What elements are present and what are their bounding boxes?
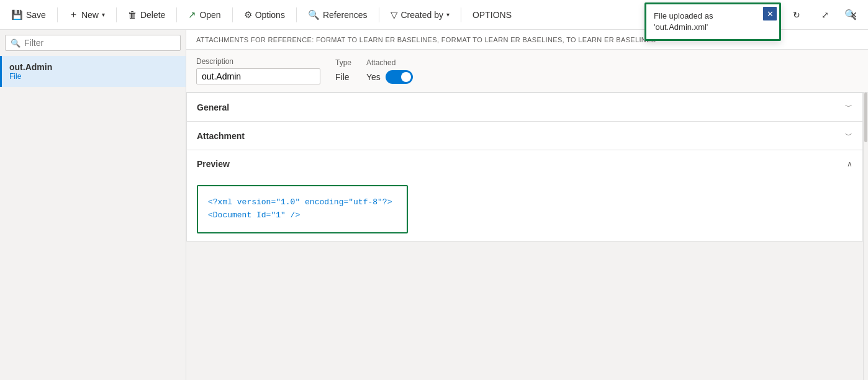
code-line-1: <?xml version="1.0" encoding="utf-8"?> (208, 196, 397, 209)
attachment-section: Attachment ﹀ (186, 122, 863, 150)
attachment-chevron-icon: ﹀ (845, 130, 852, 141)
refresh-icon: ↻ (793, 10, 800, 20)
window-close-button[interactable]: ✕ (839, 0, 868, 30)
type-label: Type (335, 58, 351, 67)
toolbar-separator (57, 7, 58, 22)
new-dropdown-icon: ▾ (102, 11, 105, 18)
general-chevron-icon: ﹀ (845, 102, 852, 112)
references-button[interactable]: 🔍 References (302, 6, 374, 24)
type-field: Type File (335, 58, 351, 84)
new-button[interactable]: ＋ New ▾ (63, 5, 111, 24)
toolbar-separator-2 (116, 7, 117, 22)
attached-toggle-container: Yes (366, 70, 413, 84)
sidebar-item-out-admin[interactable]: out.Admin File (0, 56, 186, 87)
description-label: Description (196, 57, 320, 66)
popout-button[interactable]: ⤢ (811, 0, 839, 30)
open-button[interactable]: ↗ Open (182, 6, 227, 24)
type-value: File (335, 70, 351, 84)
general-section: General ﹀ (186, 93, 863, 122)
save-icon: 💾 (11, 9, 23, 20)
general-title: General (197, 102, 229, 112)
preview-chevron-icon: ∧ (847, 160, 852, 168)
toolbar-separator-7 (461, 7, 461, 22)
main-layout: 🔍 out.Admin File ATTACHMENTS FOR REFEREN… (0, 30, 868, 380)
attached-value: Yes (366, 70, 381, 84)
refresh-button[interactable]: ↻ (782, 0, 811, 30)
sidebar: 🔍 out.Admin File (0, 30, 186, 380)
open-icon: ↗ (188, 9, 196, 20)
toolbar-separator-6 (379, 7, 379, 22)
description-field: Description (196, 57, 320, 84)
scroll-wrapper: General ﹀ Attachment ﹀ Preview ∧ (186, 93, 868, 380)
sidebar-item-sub: File (9, 72, 178, 81)
options-button[interactable]: ⚙ Options (238, 6, 291, 24)
code-line-2: <Document Id="1" /> (208, 209, 397, 222)
delete-button[interactable]: 🗑 Delete (122, 6, 171, 24)
accordion-area: General ﹀ Attachment ﹀ Preview ∧ (186, 93, 863, 380)
popout-icon: ⤢ (821, 10, 829, 20)
references-icon: 🔍 (308, 9, 320, 20)
toolbar-separator-3 (176, 7, 177, 22)
notification-text: File uploaded as 'out.Admin.xml' (654, 11, 757, 33)
window-close-icon: ✕ (850, 10, 857, 20)
toolbar: 💾 Save ＋ New ▾ 🗑 Delete ↗ Open ⚙ Options… (0, 0, 868, 30)
created-by-dropdown-icon: ▾ (446, 11, 450, 18)
preview-header[interactable]: Preview ∧ (187, 150, 862, 178)
preview-title: Preview (197, 159, 230, 169)
scrollbar[interactable] (863, 93, 868, 380)
description-input[interactable] (196, 68, 320, 84)
toggle-knob (401, 72, 411, 82)
preview-body: <?xml version="1.0" encoding="utf-8"?> <… (187, 178, 862, 241)
filter-input[interactable] (24, 38, 175, 48)
notification-close-button[interactable]: ✕ (763, 7, 777, 20)
save-button[interactable]: 💾 Save (5, 6, 52, 24)
general-header[interactable]: General ﹀ (187, 93, 862, 121)
options2-button[interactable]: OPTIONS (466, 6, 518, 24)
toolbar-separator-5 (296, 7, 297, 22)
new-icon: ＋ (69, 9, 78, 20)
created-by-button[interactable]: ▽ Created by ▾ (384, 6, 456, 24)
sidebar-filter-container: 🔍 (5, 35, 181, 51)
created-by-icon: ▽ (391, 9, 398, 20)
attached-toggle[interactable] (386, 70, 413, 84)
form-area: Description Type File Attached Yes (186, 50, 868, 93)
code-preview: <?xml version="1.0" encoding="utf-8"?> <… (197, 185, 408, 233)
notification-popup: ✕ File uploaded as 'out.Admin.xml' (644, 2, 781, 41)
preview-section: Preview ∧ <?xml version="1.0" encoding="… (186, 150, 863, 242)
toolbar-separator-4 (232, 7, 233, 22)
scrollbar-thumb[interactable] (864, 93, 867, 142)
attached-field: Attached Yes (366, 58, 413, 84)
sidebar-item-name: out.Admin (9, 62, 178, 72)
content-area: ATTACHMENTS FOR REFERENCE: FORMAT TO LEA… (186, 30, 868, 380)
filter-icon: 🔍 (11, 38, 20, 48)
options-icon: ⚙ (244, 9, 252, 20)
delete-icon: 🗑 (128, 9, 137, 20)
attachment-title: Attachment (197, 131, 245, 141)
attachment-header[interactable]: Attachment ﹀ (187, 122, 862, 150)
attached-label: Attached (366, 58, 413, 67)
